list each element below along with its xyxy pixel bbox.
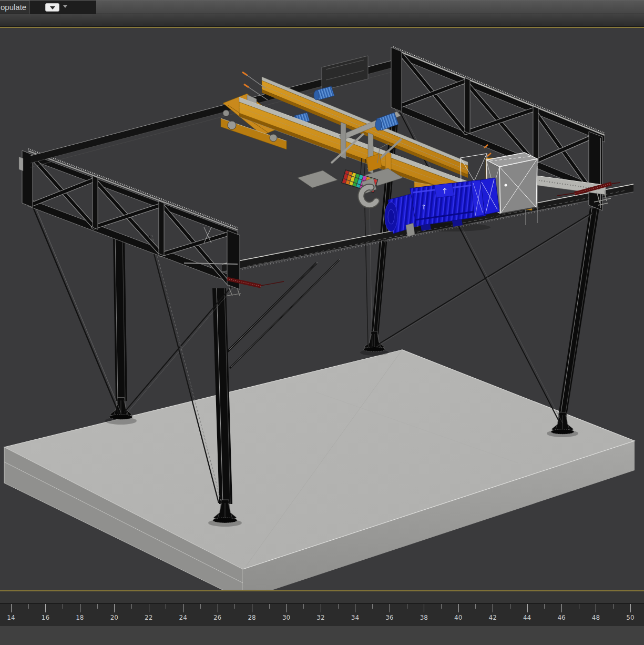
track-bar[interactable] [0,591,644,603]
timeline-tick-minor [441,604,442,609]
timeline-tick-major [114,604,115,612]
timeline-frame-label: 26 [213,614,221,621]
ribbon-tab-label: opulate [1,3,26,12]
timeline-tick-major [252,604,252,612]
ribbon-tab-populate[interactable]: opulate [0,1,30,14]
timeline-frame-label: 28 [248,614,255,621]
timeline-tick-minor [544,604,545,609]
timeline-tick-major [424,604,424,612]
timeline-tick-minor [97,604,98,609]
timeline-frame-label: 38 [420,614,428,621]
timeline-tick-major [630,604,631,612]
timeline-tick-major [218,604,218,612]
timeline-tick-major [287,604,287,612]
timeline-tick-minor [372,604,373,609]
timeline-frame-label: 24 [179,614,187,621]
timeline-frame-label: 48 [592,614,600,621]
timeline-tick-minor [234,604,235,609]
timeline-tick-minor [166,604,166,609]
timeline-tick-major [321,604,321,612]
timeline-frame-label: 14 [7,614,15,621]
timeline-tick-minor [579,604,579,609]
timeline-tick-minor [510,604,510,609]
timeline-frame-label: 34 [351,614,359,621]
timeline-tick-major [561,604,562,612]
timeline-tick-minor [407,604,407,609]
timeline-frame-label: 36 [385,614,393,621]
timeline-tick-major [45,604,46,612]
timeline-tick-major [458,604,459,612]
timeline-frame-label: 16 [42,614,49,621]
timeline-tick-minor [28,604,29,609]
timeline-tick-major [355,604,355,612]
viewport-3d[interactable] [0,28,644,590]
timeline-tick-major [527,604,528,612]
timeline-tick-major [183,604,183,612]
timeline-tick-major [390,604,390,612]
timeline-tick-major [149,604,149,612]
panel-flyout-icon [50,6,55,9]
timeline-tick-minor [613,604,614,609]
ribbon-bar: opulate [0,0,644,14]
timeline-frame-label: 32 [316,614,324,621]
timeline-tick-minor [200,604,201,609]
ribbon-panel-strip [0,14,644,26]
cabinet-handle [505,184,507,187]
timeline-tick-minor [269,604,270,609]
viewport-canvas[interactable] [0,28,644,590]
timeline-frame-label: 30 [282,614,290,621]
application-window: opulate [0,0,644,645]
timeline-ruler[interactable]: 14161820222426283032343638404244464850 [0,603,644,626]
timeline-frame-label: 20 [110,614,118,621]
timeline-frame-label: 40 [454,614,462,621]
timeline-frame-label: 18 [76,614,84,621]
timeline-tick-minor [131,604,132,609]
timeline-frame-label: 42 [489,614,497,621]
status-strip [0,626,644,645]
timeline-tick-minor [303,604,304,609]
timeline-tick-minor [338,604,339,609]
timeline-frame-label: 50 [626,614,634,621]
timeline-tick-major [596,604,596,612]
timeline-tick-major [11,604,12,612]
timeline-tick-minor [63,604,63,609]
timeline-tick-minor [475,604,476,609]
timeline-frame-label: 46 [557,614,565,621]
timeline-tick-major [80,604,80,612]
caret-down-icon[interactable] [63,5,67,8]
timeline-frame-label: 44 [523,614,531,621]
timeline-tick-major [493,604,493,612]
motor-gearbox [471,178,499,217]
panel-flyout-button[interactable] [45,3,59,12]
timeline-frame-label: 22 [145,614,152,621]
